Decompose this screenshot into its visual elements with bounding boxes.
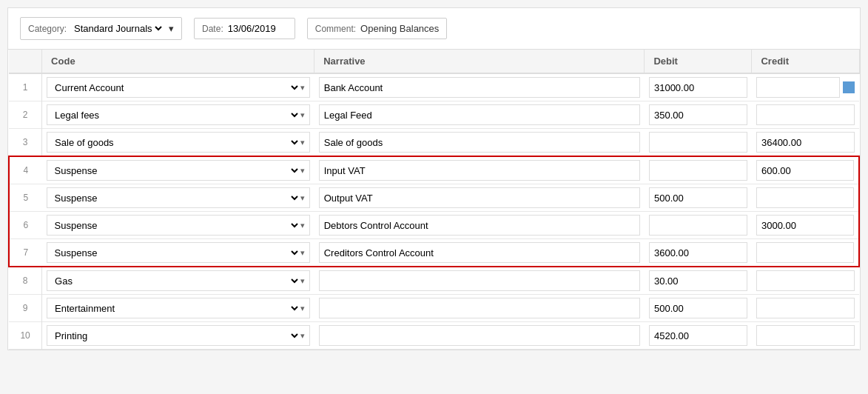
narrative-cell[interactable] [314, 73, 645, 101]
code-select[interactable]: Suspense [52, 219, 300, 232]
debit-cell[interactable] [645, 239, 752, 267]
category-field[interactable]: Category: Standard Journals ▾ [20, 17, 182, 40]
table-row: 3Sale of goods▾ [9, 129, 859, 157]
narrative-cell[interactable] [314, 156, 645, 184]
code-select[interactable]: Gas [52, 275, 300, 287]
narrative-input[interactable] [319, 187, 640, 208]
code-cell[interactable]: Sale of goods▾ [42, 129, 314, 157]
debit-cell[interactable] [645, 73, 752, 101]
code-cell[interactable]: Suspense▾ [42, 184, 314, 212]
credit-cell[interactable] [752, 184, 859, 212]
table-row: 4Suspense▾ [9, 156, 859, 184]
debit-cell[interactable] [645, 322, 752, 350]
code-select[interactable]: Suspense [52, 164, 300, 177]
code-select[interactable]: Legal fees [52, 109, 300, 121]
code-cell[interactable]: Printing▾ [42, 322, 314, 350]
debit-input[interactable] [649, 270, 747, 291]
credit-input[interactable] [756, 242, 854, 263]
debit-input[interactable] [649, 77, 747, 98]
credit-input[interactable] [756, 187, 854, 208]
info-icon[interactable] [843, 81, 855, 93]
narrative-cell[interactable] [314, 129, 645, 157]
code-select[interactable]: Suspense [52, 247, 300, 259]
credit-input[interactable] [756, 104, 855, 125]
credit-input[interactable] [756, 298, 855, 318]
credit-cell[interactable] [752, 239, 859, 267]
debit-cell[interactable] [645, 212, 752, 239]
code-select[interactable]: Sale of goods [52, 136, 300, 149]
code-select[interactable]: Entertainment [52, 302, 300, 315]
debit-input[interactable] [649, 104, 747, 125]
narrative-input[interactable] [319, 242, 640, 263]
narrative-input[interactable] [319, 325, 640, 346]
credit-cell[interactable] [752, 156, 859, 184]
code-cell[interactable]: Legal fees▾ [42, 101, 314, 129]
debit-input[interactable] [649, 215, 747, 236]
col-debit-header: Debit [645, 50, 752, 73]
credit-input[interactable] [756, 160, 854, 181]
debit-cell[interactable] [645, 295, 752, 322]
dropdown-arrow-icon: ▾ [300, 193, 305, 203]
debit-cell[interactable] [645, 184, 752, 212]
code-cell[interactable]: Suspense▾ [42, 212, 314, 239]
code-cell[interactable]: Suspense▾ [42, 156, 314, 184]
table-row: 6Suspense▾ [9, 212, 859, 239]
debit-cell[interactable] [645, 267, 752, 295]
credit-cell[interactable] [752, 129, 859, 157]
credit-cell[interactable] [752, 101, 859, 129]
code-cell[interactable]: Gas▾ [42, 267, 314, 295]
narrative-input[interactable] [319, 77, 640, 98]
debit-input[interactable] [649, 160, 747, 181]
credit-input[interactable] [756, 77, 840, 98]
code-select[interactable]: Printing [52, 330, 300, 342]
date-field[interactable]: Date: [194, 18, 295, 39]
comment-field[interactable]: Comment: Opening Balances [307, 18, 448, 39]
code-select[interactable]: Suspense [52, 192, 300, 204]
narrative-cell[interactable] [314, 267, 645, 295]
credit-input[interactable] [756, 215, 854, 236]
narrative-cell[interactable] [314, 101, 645, 129]
code-cell[interactable]: Suspense▾ [42, 239, 314, 267]
main-container: Category: Standard Journals ▾ Date: Comm… [7, 7, 861, 350]
row-number: 8 [9, 267, 42, 295]
credit-cell[interactable] [752, 267, 859, 295]
credit-input[interactable] [756, 270, 855, 291]
credit-cell[interactable] [752, 295, 859, 322]
row-number: 3 [9, 129, 42, 157]
narrative-input[interactable] [319, 132, 640, 153]
code-cell[interactable]: Entertainment▾ [42, 295, 314, 322]
narrative-input[interactable] [319, 160, 640, 181]
journal-table: Code Narrative Debit Credit 1Current Acc… [8, 50, 860, 350]
narrative-input[interactable] [319, 298, 640, 318]
debit-cell[interactable] [645, 129, 752, 157]
debit-cell[interactable] [645, 101, 752, 129]
debit-input[interactable] [649, 298, 747, 318]
row-number: 1 [9, 73, 42, 101]
credit-cell[interactable] [752, 322, 859, 350]
debit-input[interactable] [649, 325, 747, 346]
narrative-cell[interactable] [314, 184, 645, 212]
code-select[interactable]: Current Account [52, 81, 300, 94]
narrative-input[interactable] [319, 104, 640, 125]
debit-input[interactable] [649, 132, 747, 153]
debit-input[interactable] [649, 187, 747, 208]
code-cell[interactable]: Current Account▾ [42, 73, 314, 101]
date-input[interactable] [228, 23, 287, 34]
dropdown-arrow-icon: ▾ [300, 276, 305, 286]
narrative-cell[interactable] [314, 295, 645, 322]
narrative-cell[interactable] [314, 212, 645, 239]
category-select[interactable]: Standard Journals [71, 22, 164, 35]
narrative-cell[interactable] [314, 322, 645, 350]
debit-cell[interactable] [645, 156, 752, 184]
dropdown-arrow-icon: ▾ [300, 221, 305, 230]
credit-input[interactable] [756, 325, 855, 346]
dropdown-arrow-icon: ▾ [300, 166, 305, 176]
credit-cell[interactable] [752, 212, 859, 239]
narrative-cell[interactable] [314, 239, 645, 267]
narrative-input[interactable] [319, 215, 640, 236]
debit-input[interactable] [649, 242, 747, 263]
narrative-input[interactable] [319, 270, 640, 291]
col-num-header [9, 50, 42, 73]
credit-cell[interactable] [752, 73, 859, 101]
credit-input[interactable] [756, 132, 855, 153]
